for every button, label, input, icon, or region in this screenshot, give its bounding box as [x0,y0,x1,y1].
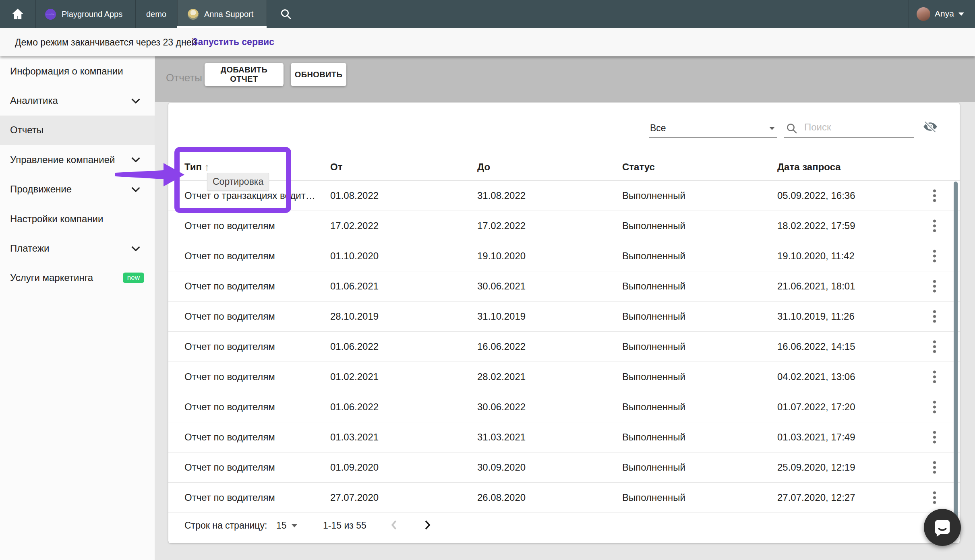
cell-type: Отчет по водителям [184,250,275,262]
row-menu-button[interactable] [931,489,938,506]
sidebar-item[interactable]: Услуги маркетингаnew [0,263,155,293]
table-row[interactable]: Отчет по водителям01.10.202019.10.2020Вы… [168,241,960,271]
cell-status: Выполненный [622,492,685,503]
column-header[interactable]: От [330,161,342,173]
sidebar-item[interactable]: Аналитика [0,86,155,115]
row-menu-button[interactable] [931,308,938,325]
cell-requested: 05.09.2022, 16:36 [777,190,855,201]
sidebar-item[interactable]: Управление компанией [0,145,155,174]
table-row[interactable]: Отчет по водителям17.02.202217.02.2022Вы… [168,211,960,241]
cell-status: Выполненный [622,220,685,231]
cell-to: 31.03.2021 [477,432,526,443]
sidebar-item[interactable]: Продвижение [0,175,155,204]
navbar-search-button[interactable] [275,0,296,28]
row-menu-button[interactable] [931,217,938,235]
anna-support-avatar [188,9,199,20]
cell-to: 16.06.2022 [477,341,526,352]
cell-to: 31.10.2019 [477,311,526,322]
cell-type: Отчет по водителям [184,462,275,473]
column-header[interactable]: Дата запроса [777,161,841,173]
sidebar-item[interactable]: Платежи [0,234,155,263]
tab-demo[interactable]: demo [135,0,177,28]
refresh-button[interactable]: ОБНОВИТЬ [291,63,346,86]
cell-requested: 01.03.2021, 17:49 [777,432,855,443]
sidebar-menu: Информация о компанииАналитикаОтчетыУпра… [0,56,155,293]
previous-page-button[interactable] [387,519,401,532]
cell-requested: 25.09.2020, 12:19 [777,462,855,473]
user-menu[interactable]: Anya [912,0,975,28]
next-page-button[interactable] [420,519,434,532]
chevron-left-icon [388,519,400,531]
sidebar-item-label: Настройки компании [10,213,103,225]
cell-to: 26.08.2020 [477,492,526,503]
tab-anna-support[interactable]: Anna Support [177,0,267,28]
sidebar-item-label: Платежи [10,243,49,254]
row-menu-button[interactable] [931,368,938,386]
cell-to: 19.10.2020 [477,250,526,262]
chevron-down-icon [131,157,140,162]
table-row[interactable]: Отчет по водителям01.02.202128.02.2021Вы… [168,362,960,392]
cell-from: 01.06.2021 [330,281,379,292]
navbar-divider [267,0,267,28]
active-tab-indicator [177,26,267,28]
column-header[interactable]: До [477,161,490,173]
add-report-button[interactable]: ДОБАВИТЬ ОТЧЕТ [205,63,284,86]
table-row[interactable]: Отчет о транзакциях водит…01.08.202231.0… [168,181,960,211]
cell-from: 17.02.2022 [330,220,379,231]
sidebar-item-label: Отчеты [10,124,43,136]
table-row[interactable]: Отчет по водителям01.06.202130.06.2021Вы… [168,271,960,302]
workspace-avatar: onde [45,9,56,20]
cell-requested: 18.02.2022, 17:59 [777,220,855,231]
user-avatar [917,7,930,21]
launch-service-link[interactable]: Запустить сервис [192,37,274,48]
cell-from: 01.08.2022 [330,190,379,201]
cell-to: 31.08.2022 [477,190,526,201]
table-scrollbar[interactable] [954,182,958,537]
sidebar-item[interactable]: Информация о компании [0,56,155,86]
column-header[interactable]: Статус [622,161,655,173]
cell-status: Выполненный [622,250,685,262]
sidebar-item[interactable]: Настройки компании [0,204,155,234]
sidebar-item[interactable]: Отчеты [0,116,155,145]
cell-from: 01.06.2022 [330,401,379,413]
app-root: onde Playground Apps demo Anna Support A… [0,0,975,560]
table-row[interactable]: Отчет по водителям01.06.202216.06.2022Вы… [168,332,960,362]
cell-status: Выполненный [622,311,685,322]
row-menu-button[interactable] [931,429,938,446]
cell-from: 01.03.2021 [330,432,379,443]
row-menu-button[interactable] [931,399,938,416]
cell-requested: 01.07.2022, 17:20 [777,401,855,413]
row-menu-button[interactable] [931,459,938,476]
row-menu-button[interactable] [931,338,938,355]
cell-type: Отчет о транзакциях водит… [184,190,315,201]
cell-type: Отчет по водителям [184,371,275,382]
cell-requested: 21.06.2021, 18:01 [777,281,855,292]
table-row[interactable]: Отчет по водителям01.09.202030.09.2020Вы… [168,453,960,483]
tab-playground-apps[interactable]: onde Playground Apps [35,0,135,28]
column-header[interactable]: Тип↑ [184,161,209,173]
rows-per-page-select[interactable]: 15 [276,520,287,531]
sort-tooltip: Сортировка [207,173,269,191]
sidebar-item-label: Продвижение [10,184,72,195]
chat-launcher[interactable] [924,509,961,546]
home-button[interactable] [0,0,35,28]
cell-type: Отчет по водителям [184,432,275,443]
chevron-down-icon [131,98,140,103]
cell-requested: 16.06.2022, 14:15 [777,341,855,352]
cell-status: Выполненный [622,190,685,201]
cell-requested: 19.10.2020, 11:42 [777,250,855,262]
tab-anna-support-label: Anna Support [204,10,253,19]
table-row[interactable]: Отчет по водителям01.03.202131.03.2021Вы… [168,422,960,453]
cell-type: Отчет по водителям [184,281,275,292]
row-menu-button[interactable] [931,248,938,265]
cell-type: Отчет по водителям [184,492,275,503]
table-row[interactable]: Отчет по водителям28.10.201931.10.2019Вы… [168,302,960,332]
cell-to: 28.02.2021 [477,371,526,382]
table-body: Отчет о транзакциях водит…01.08.202231.0… [168,181,960,513]
row-menu-button[interactable] [931,278,938,295]
table-row[interactable]: Отчет по водителям01.06.202230.06.2022Вы… [168,392,960,422]
cell-status: Выполненный [622,462,685,473]
tab-playground-apps-label: Playground Apps [62,10,122,19]
cell-requested: 31.10.2019, 11:26 [777,311,855,322]
row-menu-button[interactable] [931,187,938,205]
